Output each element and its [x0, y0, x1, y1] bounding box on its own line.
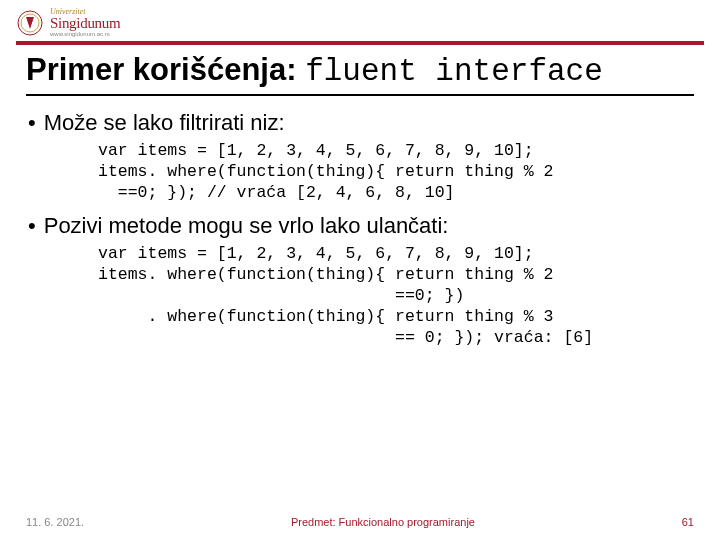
footer-subject: Predmet: Funkcionalno programiranje: [291, 516, 475, 528]
bullet-1: • Može se lako filtrirati niz:: [26, 110, 694, 136]
slide-header: Univerzitet Singidunum www.singidunum.ac…: [0, 0, 720, 45]
code-block-1: var items = [1, 2, 3, 4, 5, 6, 7, 8, 9, …: [98, 140, 694, 203]
bullet-dot-icon: •: [26, 213, 36, 239]
footer-page-number: 61: [682, 516, 694, 528]
logo-name-label: Singidunum: [50, 16, 120, 31]
bullet-1-text: Može se lako filtrirati niz:: [44, 110, 285, 136]
title-prefix: Primer korišćenja:: [26, 52, 305, 87]
logo: Univerzitet Singidunum www.singidunum.ac…: [16, 8, 704, 37]
bullet-2: • Pozivi metode mogu se vrlo lako ulanča…: [26, 213, 694, 239]
code-block-2: var items = [1, 2, 3, 4, 5, 6, 7, 8, 9, …: [98, 243, 694, 349]
bullet-2-text: Pozivi metode mogu se vrlo lako ulančati…: [44, 213, 449, 239]
slide-content: Primer korišćenja: fluent interface • Mo…: [0, 45, 720, 349]
logo-text: Univerzitet Singidunum www.singidunum.ac…: [50, 8, 120, 37]
slide-title: Primer korišćenja: fluent interface: [26, 53, 694, 96]
logo-emblem: [16, 9, 44, 37]
bullet-dot-icon: •: [26, 110, 36, 136]
logo-url-label: www.singidunum.ac.rs: [50, 31, 120, 37]
title-mono: fluent interface: [305, 54, 603, 89]
header-rule: [16, 41, 704, 45]
footer-date: 11. 6. 2021.: [26, 516, 84, 528]
slide-footer: 11. 6. 2021. Predmet: Funkcionalno progr…: [0, 516, 720, 528]
